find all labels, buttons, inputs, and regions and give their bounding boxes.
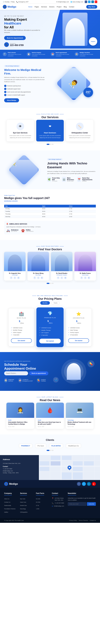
service-heart[interactable]: ❤ Heart Seminars Lorem ipsum dolor sit a… <box>36 120 64 142</box>
nav-contact[interactable]: Contact <box>69 6 74 8</box>
footer-fact-link-2[interactable]: B.COM: <box>36 502 40 503</box>
facebook-icon[interactable]: f <box>85 0 87 3</box>
footer-contact-link[interactable]: Contact Us <box>4 502 11 503</box>
clients-dot-3[interactable] <box>52 450 53 451</box>
pricing-basic: 🏥 BASIC PLAN $25/m ✓Unlimited Access ✓Mo… <box>8 308 35 346</box>
nav-blog[interactable]: Blog <box>64 6 67 8</box>
doc2-li[interactable]: in <box>41 276 43 279</box>
tab-yearly[interactable]: Yearly <box>51 301 60 305</box>
doc2-fb[interactable]: f <box>33 276 36 279</box>
ortho-desc: Lorem ipsum dolor sit amet consectetur a… <box>68 134 91 139</box>
footer-neuro-link[interactable]: Neurology <box>20 508 26 510</box>
diagnostic-icon: 🏥 <box>4 378 8 382</box>
footer-fact-link-3[interactable]: 27 M: <box>36 505 39 506</box>
doctor-card-4[interactable]: Dr. Nadia France Gynecologist f t in <box>74 252 96 280</box>
joining-left: 👨‍⚕️ <box>4 156 44 184</box>
footer-heart-link[interactable]: Heart Care <box>20 502 26 503</box>
check-icon-1: ✓ <box>4 85 6 87</box>
footer-eye-link[interactable]: Eye Care <box>20 498 25 500</box>
service-ortho[interactable]: 🦴 Orthopaedics Center Lorem ipsum dolor … <box>66 120 94 142</box>
twitter-icon[interactable]: t <box>88 0 90 3</box>
footer-ortho-link[interactable]: Orthopaedics <box>20 512 28 513</box>
doc1-li[interactable]: in <box>17 276 20 279</box>
footer-fact-link-1[interactable]: B.COM: <box>36 498 40 500</box>
doc3-li[interactable]: in <box>64 276 67 279</box>
dot-3[interactable] <box>52 144 53 145</box>
nav-home[interactable]: Home <box>28 6 32 8</box>
doc1-fb[interactable]: f <box>10 276 13 279</box>
map-contact-title: Contact <box>3 466 36 467</box>
hero-section: We try to give the best Making Expert He… <box>0 10 100 50</box>
footer-yt-icon[interactable]: ▶ <box>92 482 96 486</box>
footer-contact-bottom-link[interactable]: Contact Us <box>89 520 96 521</box>
footer-dental-link[interactable]: Dental Care <box>20 505 27 506</box>
footer-privacy-link[interactable]: Privacy Policy <box>69 520 77 521</box>
footer-partners-link[interactable]: Foundation Partners <box>4 508 16 510</box>
footer-terms-link[interactable]: Terms of Service <box>79 520 88 521</box>
blog-card-1[interactable]: 👩‍⚕️ Health Unbreakable Optimism I Miss … <box>6 402 34 429</box>
doc4-fb[interactable]: f <box>80 276 83 279</box>
linkedin-icon[interactable]: in <box>91 0 94 3</box>
footer-about-link[interactable]: About Us <box>4 498 9 500</box>
dot-2[interactable] <box>50 144 51 145</box>
advance-cta[interactable]: Get started <box>68 338 89 343</box>
working-hours: Day Open Close Monday 09:00 17:00 Tuesda… <box>4 205 96 218</box>
doc4-tw[interactable]: t <box>84 276 87 279</box>
doctor-card-1[interactable]: Dr. Augustin Vera Cardiologist f t in <box>4 252 26 280</box>
nav-pages[interactable]: Pages <box>35 6 39 8</box>
nav-doctors[interactable]: Doctors <box>49 6 54 8</box>
footer-testimonials-link[interactable]: Testimonials <box>4 505 11 506</box>
nav-services[interactable]: Services <box>41 6 47 8</box>
doc1-tw[interactable]: t <box>14 276 16 279</box>
newsletter-input[interactable] <box>68 502 86 506</box>
doc-dot-1[interactable] <box>47 283 49 284</box>
clients-dot-2[interactable] <box>50 450 51 451</box>
accident-icon: 🚑 <box>18 378 22 382</box>
doc-dot-3[interactable] <box>52 283 53 284</box>
doctor-card-2[interactable]: Dr. Henry Wong Neurologist f t in <box>28 252 49 280</box>
doc3-tw[interactable]: t <box>60 276 63 279</box>
tab-monthly[interactable]: Monthly <box>40 301 50 305</box>
blog-card-3[interactable]: 💻 Technology Modern Medical Treatment wi… <box>66 402 94 429</box>
blog-card-2[interactable]: 🩸 Health What does your blood type have … <box>36 402 64 429</box>
ambulance-item-2: ☎️ Hotline 1-800-MEDIGO <box>21 229 34 232</box>
service-eye[interactable]: 👁 Eye Care Services Lorem ipsum dolor si… <box>6 120 34 142</box>
map-section: Address 123 Main Street New York, USA Co… <box>0 455 100 480</box>
footer-svc-eye: Eye Care <box>20 497 33 500</box>
vouchers-icon: 🏥 <box>75 52 79 56</box>
footer-fb-icon[interactable]: f <box>77 482 81 486</box>
doc2-tw[interactable]: t <box>37 276 40 279</box>
dot-1[interactable] <box>47 144 49 145</box>
footer-link-contact: Contact Us <box>4 501 17 503</box>
premium-feat-2: ✓Weekly Therapy <box>39 329 61 331</box>
book-appointment-button[interactable]: Book an appointment <box>29 371 48 375</box>
ambulance-title: 🚨 AMBULANCE SERVICES <box>6 223 94 225</box>
footer-gallery-link[interactable]: Gallery <box>4 512 8 513</box>
doc3-fb[interactable]: f <box>57 276 60 279</box>
basic-cta[interactable]: Get started <box>11 338 32 343</box>
footer-fact-link-4[interactable]: 1.50K: <box>36 508 40 510</box>
support-badge: Medigo Support Team <box>4 195 96 196</box>
appointment-icons: 🏥 Diagnostic Services 🚑 Accidence, Emerg… <box>4 378 48 382</box>
advance-feat-3: ✓Priority Support <box>68 332 89 333</box>
footer-tw-icon[interactable]: t <box>82 482 86 486</box>
footer-col-services: Services Eye Care Heart Care Dental Care… <box>20 492 33 514</box>
feature-inquiry-desc: Lorem ipsum dolor sit amet consectetur <box>32 54 49 57</box>
wh-day-1: Monday <box>4 208 41 210</box>
buy-now-button[interactable]: Buy Now <box>86 5 97 8</box>
wh-col-day: Day <box>4 205 41 208</box>
clients-section: Clients PHARMACY Pro Gym PLUS MITRA Heal… <box>0 434 100 455</box>
hero-cta-button[interactable]: Book An Appointment <box>4 36 26 40</box>
advance-feat-1: ✓Unlimited Access <box>68 327 89 328</box>
premium-cta[interactable]: Get started <box>39 338 61 343</box>
nav-project[interactable]: Project <box>57 6 61 8</box>
doc4-li[interactable]: in <box>87 276 90 279</box>
footer-li-icon[interactable]: in <box>87 482 91 486</box>
clients-dot-1[interactable] <box>47 450 49 451</box>
doc-dot-2[interactable] <box>50 283 51 284</box>
doctor-card-3[interactable]: Dr. David Braden Orthopaedic Surgeon f t… <box>51 252 72 280</box>
youtube-icon[interactable]: ▶ <box>95 0 97 3</box>
newsletter-subscribe-button[interactable]: Subscribe <box>87 502 96 506</box>
about-btn[interactable]: About Medigo <box>4 98 19 102</box>
search-doctors-input[interactable] <box>4 371 28 375</box>
